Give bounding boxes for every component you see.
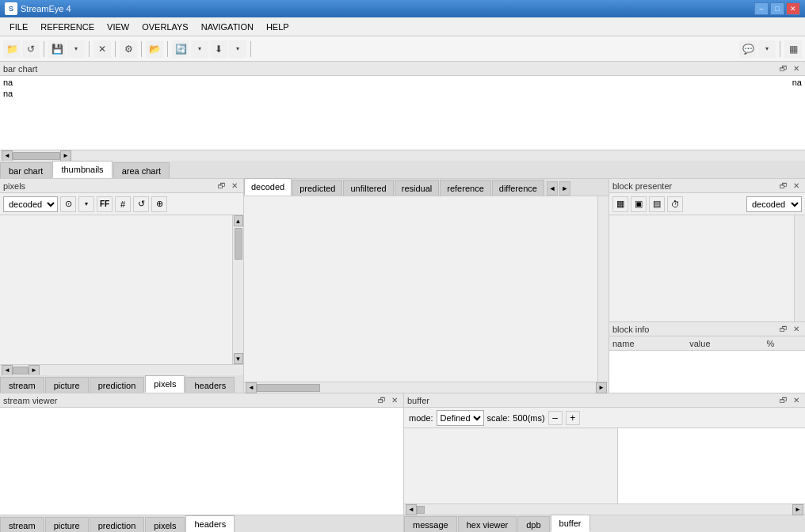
settings-button[interactable]: ⚙: [120, 40, 137, 58]
pixel-circle-btn[interactable]: ⊙: [60, 196, 76, 212]
buffer-tab-buffer[interactable]: buffer: [551, 515, 590, 532]
bar-chart-restore[interactable]: 🗗: [778, 63, 789, 74]
block-content: [609, 215, 805, 321]
tab-nav-right[interactable]: ►: [559, 181, 570, 196]
stream-restore[interactable]: 🗗: [376, 395, 387, 406]
tab-difference[interactable]: difference: [492, 180, 544, 196]
tab-prediction[interactable]: prediction: [90, 377, 145, 393]
center-scroll-right[interactable]: ►: [596, 382, 607, 393]
scroll-left-arrow[interactable]: ◄: [2, 150, 13, 162]
save-button[interactable]: 💾: [48, 40, 66, 58]
pixel-rotate-btn[interactable]: ↺: [133, 196, 149, 212]
tab-bar-chart[interactable]: bar chart: [0, 162, 52, 178]
buffer-toolbar: mode: Defined scale: 500(ms) – +: [404, 408, 805, 428]
buffer-tab-hex[interactable]: hex viewer: [458, 516, 517, 532]
tab-unfiltered[interactable]: unfiltered: [343, 180, 393, 196]
download-button[interactable]: ⬇: [210, 40, 227, 58]
close-button[interactable]: ✕: [786, 2, 800, 15]
separator-7: [780, 41, 780, 57]
pixels-restore[interactable]: 🗗: [216, 180, 227, 192]
chat-dropdown[interactable]: ▾: [758, 40, 776, 58]
tab-nav-left[interactable]: ◄: [547, 181, 558, 196]
tab-picture[interactable]: picture: [45, 377, 89, 393]
delete-button[interactable]: ✕: [93, 40, 111, 58]
stream-tab-prediction[interactable]: prediction: [90, 517, 145, 532]
scroll-right-arrow[interactable]: ►: [60, 150, 71, 162]
save-dropdown[interactable]: ▾: [67, 40, 85, 58]
buffer-restore[interactable]: 🗗: [778, 395, 789, 406]
scroll-up-arrow[interactable]: ▲: [234, 215, 243, 226]
scroll-h-thumb-px[interactable]: [13, 367, 29, 374]
block-presenter-restore[interactable]: 🗗: [778, 180, 789, 192]
block-lines-btn[interactable]: ▤: [649, 196, 665, 212]
stream-tab-picture[interactable]: picture: [45, 517, 89, 532]
block-info-restore[interactable]: 🗗: [778, 324, 789, 335]
block-info-title: block info: [612, 325, 776, 334]
block-info-close[interactable]: ✕: [791, 324, 802, 335]
buffer-minus-btn[interactable]: –: [548, 411, 563, 425]
center-scrollbar-v[interactable]: [597, 196, 609, 382]
open-button[interactable]: 📁: [3, 40, 21, 58]
tab-area-chart[interactable]: area chart: [113, 162, 170, 178]
pixel-dropdown-btn[interactable]: ▾: [78, 196, 94, 212]
grid-button[interactable]: ▦: [784, 40, 802, 58]
block-presenter-close[interactable]: ✕: [791, 180, 802, 192]
pixel-crosshair-btn[interactable]: ⊕: [151, 196, 167, 212]
maximize-button[interactable]: □: [770, 2, 784, 15]
tab-predicted[interactable]: predicted: [292, 180, 342, 196]
tab-headers[interactable]: headers: [185, 377, 235, 393]
menu-help[interactable]: HELP: [260, 18, 296, 36]
tab-thumbnails[interactable]: thumbnails: [52, 161, 112, 178]
block-clock-btn[interactable]: ⏱: [667, 196, 683, 212]
tab-stream[interactable]: stream: [0, 377, 44, 393]
refresh-dropdown[interactable]: ▾: [191, 40, 208, 58]
download-dropdown[interactable]: ▾: [229, 40, 246, 58]
tab-pixels[interactable]: pixels: [145, 375, 185, 393]
scroll-left-px[interactable]: ◄: [2, 365, 13, 376]
pixels-close[interactable]: ✕: [229, 180, 240, 192]
block-grid-btn[interactable]: ▦: [612, 196, 628, 212]
minimize-button[interactable]: –: [754, 2, 769, 15]
stream-tab-headers[interactable]: headers: [185, 515, 235, 532]
buffer-scroll-left[interactable]: ◄: [406, 504, 417, 515]
menu-view[interactable]: VIEW: [101, 18, 135, 36]
chat-button[interactable]: 💬: [739, 40, 757, 58]
block-presenter-title: block presenter: [612, 181, 776, 191]
undo-button[interactable]: ↺: [22, 40, 40, 58]
pixels-dropdown[interactable]: decoded: [3, 196, 58, 212]
bar-chart-close[interactable]: ✕: [791, 63, 802, 74]
scroll-down-arrow[interactable]: ▼: [234, 353, 243, 364]
center-content: [244, 196, 609, 382]
menu-file[interactable]: FILE: [3, 18, 34, 36]
buffer-main: [404, 428, 617, 504]
block-square-btn[interactable]: ▣: [631, 196, 647, 212]
buffer-plus-btn[interactable]: +: [566, 411, 580, 425]
stream-tab-pixels[interactable]: pixels: [145, 517, 185, 532]
tab-decoded[interactable]: decoded: [244, 178, 292, 196]
folder-button[interactable]: 📂: [146, 40, 163, 58]
stream-close[interactable]: ✕: [389, 395, 400, 406]
buffer-scroll-right[interactable]: ►: [792, 504, 803, 515]
menu-overlays[interactable]: OVERLAYS: [135, 18, 195, 36]
tab-residual[interactable]: residual: [395, 180, 440, 196]
menu-navigation[interactable]: NAVIGATION: [195, 18, 260, 36]
scroll-v-thumb[interactable]: [235, 228, 242, 260]
menu-reference[interactable]: REFERENCE: [34, 18, 101, 36]
scrollbar-thumb[interactable]: [13, 152, 60, 160]
buffer-close[interactable]: ✕: [791, 395, 802, 406]
buffer-mode-dropdown[interactable]: Defined: [437, 410, 484, 426]
block-scrollbar-v[interactable]: [794, 215, 805, 321]
pixel-hash-btn[interactable]: #: [115, 196, 131, 212]
refresh-button[interactable]: 🔄: [172, 40, 189, 58]
buffer-tab-dpb[interactable]: dpb: [517, 516, 549, 532]
col-value: value: [686, 339, 763, 348]
scroll-right-px[interactable]: ►: [29, 365, 40, 376]
tab-reference[interactable]: reference: [440, 180, 490, 196]
buffer-scroll-thumb[interactable]: [417, 506, 425, 514]
buffer-tab-message[interactable]: message: [404, 516, 457, 532]
block-decoded-dropdown[interactable]: decoded: [746, 196, 802, 212]
stream-tab-stream[interactable]: stream: [0, 517, 44, 532]
pixel-ff-btn[interactable]: FF: [97, 196, 113, 212]
center-scroll-left[interactable]: ◄: [246, 382, 257, 393]
center-scroll-thumb[interactable]: [257, 384, 320, 392]
